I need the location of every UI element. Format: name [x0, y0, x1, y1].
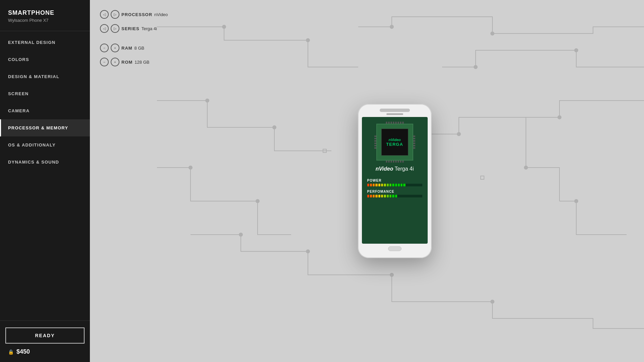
chip-brand-text: nVideo	[388, 138, 400, 142]
perf-bar-segment	[378, 195, 380, 197]
perf-bar-segment	[367, 195, 369, 197]
series-control-row: ◁ ▷ SERIES Terga 4i	[100, 24, 168, 33]
processor-prev-button[interactable]: ◁	[100, 10, 109, 19]
perf-bar-segment	[412, 195, 414, 197]
svg-point-18	[575, 49, 578, 52]
sidebar-footer: READY 🔒 $450	[0, 320, 90, 362]
sidebar-item-camera[interactable]: CAMERA	[0, 102, 90, 119]
controls-panel: ◁ ▷ PROCESSOR nVideo ◁ ▷ SERIES Terga 4i…	[100, 10, 168, 72]
series-next-button[interactable]: ▷	[111, 24, 119, 33]
rom-increase-button[interactable]: +	[111, 58, 119, 66]
svg-point-13	[390, 273, 393, 277]
perf-bar-segment	[392, 195, 394, 197]
perf-bar-segment	[395, 195, 397, 197]
price-display: $450	[16, 348, 30, 355]
rom-label: ROM	[121, 60, 132, 65]
chip-visual: nVideo TERGA	[376, 124, 413, 161]
svg-point-8	[558, 116, 561, 119]
sidebar-item-os-additionaly[interactable]: OS & ADDITIONALY	[0, 136, 90, 154]
ram-decrease-button[interactable]: −	[100, 44, 109, 52]
svg-point-11	[239, 233, 243, 236]
perf-bar-segment	[400, 195, 402, 197]
power-bar-segment	[378, 184, 380, 186]
main-content: ◁ ▷ PROCESSOR nVideo ◁ ▷ SERIES Terga 4i…	[90, 0, 644, 362]
tooth	[388, 161, 389, 163]
tooth	[386, 122, 387, 124]
power-bar-segment	[384, 184, 386, 186]
svg-point-15	[189, 166, 192, 169]
phone-home-button[interactable]	[388, 246, 401, 251]
sidebar-header: SMARTPHONE Wylsacom Phone X7	[0, 0, 90, 31]
app-subtitle: Wylsacom Phone X7	[8, 18, 82, 23]
sidebar-item-colors[interactable]: COLORS	[0, 51, 90, 68]
svg-point-17	[474, 65, 477, 69]
perf-bar-segment	[417, 195, 419, 197]
chip-teeth-right	[413, 136, 415, 149]
svg-point-16	[256, 199, 259, 203]
power-label: POWER	[367, 179, 422, 182]
svg-point-4	[491, 32, 494, 35]
phone-speaker	[386, 113, 403, 115]
perf-bar-segment	[381, 195, 383, 197]
tooth	[400, 161, 401, 163]
phone-screen: nVideo TERGA nVideo Terga 4i POWER	[362, 117, 428, 244]
series-label: SERIES	[121, 26, 140, 31]
processor-brand-display: nVideo	[376, 166, 393, 172]
sidebar-item-design-material[interactable]: DESIGN & MATERIAL	[0, 68, 90, 85]
tooth	[386, 161, 387, 163]
perf-bar-segment	[373, 195, 375, 197]
tooth	[413, 138, 415, 139]
power-bar-segment	[412, 184, 414, 186]
rom-decrease-button[interactable]: −	[100, 58, 109, 66]
chip-teeth-top	[386, 122, 404, 124]
tooth	[388, 122, 389, 124]
perf-bar-segment	[406, 195, 408, 197]
sidebar-item-dynamics-sound[interactable]: DYNAMICS & SOUND	[0, 154, 90, 171]
svg-point-2	[306, 39, 310, 42]
rom-control-row: − + ROM 128 GB	[100, 58, 168, 66]
power-bar-segment	[389, 184, 391, 186]
tooth	[395, 122, 396, 124]
sidebar-item-external-design[interactable]: EXTERNAL DESIGN	[0, 34, 90, 51]
ready-button[interactable]: READY	[5, 327, 85, 344]
tooth	[397, 122, 399, 124]
power-bar-segment	[403, 184, 405, 186]
perf-bar-segment	[370, 195, 372, 197]
tooth	[400, 122, 401, 124]
perf-bar-segment	[384, 195, 386, 197]
performance-label: PERFOMANCE	[367, 190, 422, 193]
tooth	[413, 147, 415, 149]
sidebar-item-processor-memory[interactable]: PROCESSOR & MEMORY	[0, 119, 90, 136]
sidebar-nav: EXTERNAL DESIGN COLORS DESIGN & MATERIAL…	[0, 34, 90, 320]
power-bar-segment	[392, 184, 394, 186]
processor-next-button[interactable]: ▷	[111, 10, 119, 19]
tooth	[395, 161, 396, 163]
tooth	[374, 145, 376, 146]
tooth	[374, 136, 376, 137]
tooth	[393, 161, 394, 163]
svg-point-14	[491, 300, 494, 303]
ram-control-row: − + RAM 8 GB	[100, 44, 168, 52]
series-value: Terga 4i	[142, 26, 157, 31]
power-bar-segment	[415, 184, 417, 186]
chip-outer: nVideo TERGA	[376, 124, 413, 161]
power-bar-segment	[398, 184, 400, 186]
performance-stat: PERFOMANCE	[367, 190, 422, 197]
tooth	[402, 122, 404, 124]
series-prev-button[interactable]: ◁	[100, 24, 109, 33]
processor-model-display: Terga 4i	[395, 166, 414, 172]
svg-point-10	[575, 199, 578, 203]
ram-increase-button[interactable]: +	[111, 44, 119, 52]
power-bar-segment	[395, 184, 397, 186]
sidebar: SMARTPHONE Wylsacom Phone X7 EXTERNAL DE…	[0, 0, 90, 362]
power-bar-segment	[373, 184, 375, 186]
tooth	[393, 122, 394, 124]
sidebar-item-screen[interactable]: SCREEN	[0, 85, 90, 102]
perf-bar-segment	[398, 195, 400, 197]
power-bar-segment	[409, 184, 411, 186]
rom-value: 128 GB	[135, 60, 149, 65]
svg-point-6	[273, 126, 276, 129]
phone-outer-shell: nVideo TERGA nVideo Terga 4i POWER	[358, 104, 432, 258]
tooth	[413, 145, 415, 146]
tooth	[413, 143, 415, 144]
